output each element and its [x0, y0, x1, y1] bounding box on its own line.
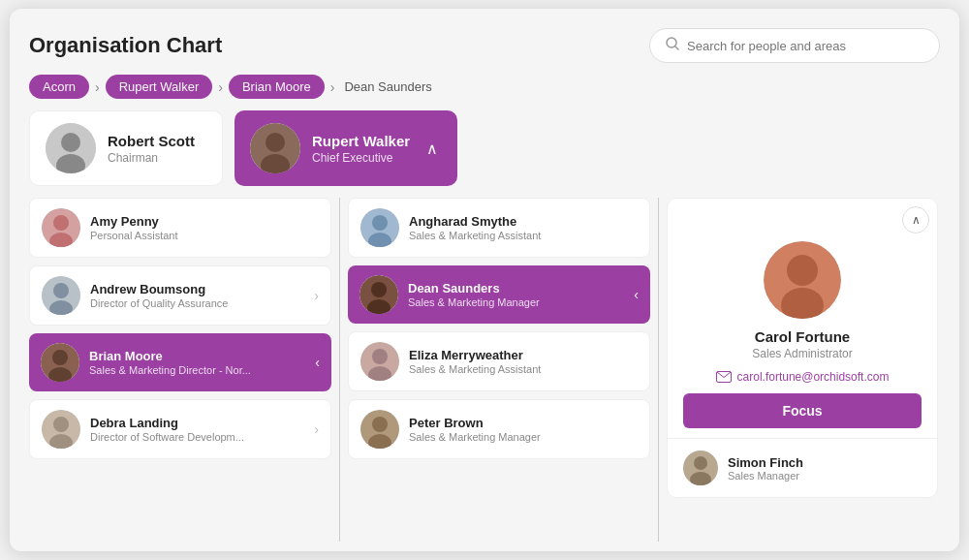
- simon-finch-card[interactable]: Simon Finch Sales Manager: [668, 438, 937, 497]
- breadcrumb-dean: Dean Saunders: [340, 75, 435, 99]
- carol-fortune-name: Carol Fortune: [755, 328, 850, 345]
- svg-point-21: [372, 215, 388, 231]
- svg-point-3: [61, 133, 80, 152]
- peter-brown-card[interactable]: Peter Brown Sales & Marketing Manager: [348, 399, 650, 459]
- simon-finch-info: Simon Finch Sales Manager: [728, 455, 803, 482]
- svg-point-33: [787, 255, 818, 286]
- angharad-smythe-avatar: [360, 208, 399, 247]
- angharad-smythe-role: Sales & Marketing Assistant: [409, 230, 541, 241]
- angharad-smythe-info: Angharad Smythe Sales & Marketing Assist…: [409, 214, 541, 241]
- robert-scott-card[interactable]: Robert Scott Chairman: [29, 110, 223, 186]
- focus-button[interactable]: Focus: [683, 393, 922, 428]
- eliza-merryweather-avatar: [360, 342, 399, 381]
- eliza-merryweather-name: Eliza Merryweather: [409, 348, 541, 362]
- angharad-smythe-name: Angharad Smythe: [409, 214, 541, 229]
- dean-saunders-role: Sales & Marketing Manager: [408, 296, 540, 308]
- breadcrumb-rupert[interactable]: Rupert Walker: [106, 75, 213, 99]
- header: Organisation Chart: [29, 28, 940, 63]
- eliza-merryweather-card[interactable]: Eliza Merryweather Sales & Marketing Ass…: [348, 331, 650, 391]
- dean-saunders-name: Dean Saunders: [408, 281, 540, 296]
- svg-point-12: [53, 283, 69, 298]
- rupert-walker-info: Rupert Walker Chief Executive: [312, 133, 410, 165]
- dean-saunders-info: Dean Saunders Sales & Marketing Manager: [408, 281, 540, 308]
- dean-saunders-card[interactable]: Dean Saunders Sales & Marketing Manager …: [348, 265, 650, 324]
- dean-saunders-chevron[interactable]: ‹: [634, 287, 639, 302]
- rupert-walker-role: Chief Executive: [312, 151, 410, 165]
- carol-fortune-email-row: carol.fortune@orchidsoft.com: [716, 370, 890, 384]
- brian-moore-card[interactable]: Brian Moore Sales & Marketing Director -…: [29, 333, 331, 391]
- debra-landing-role: Director of Software Developm...: [90, 431, 244, 443]
- search-icon: [666, 37, 679, 54]
- andrew-boumsong-role: Director of Quality Assurance: [90, 297, 228, 309]
- brian-moore-info: Brian Moore Sales & Marketing Director -…: [89, 349, 251, 376]
- dean-saunders-avatar: [359, 275, 398, 314]
- detail-panel: ∧ Carol Fortune Sales Administrator: [667, 198, 938, 498]
- debra-landing-chevron[interactable]: ›: [314, 421, 319, 437]
- rupert-walker-chevron[interactable]: ∧: [422, 140, 442, 158]
- breadcrumb-acorn[interactable]: Acorn: [29, 75, 89, 99]
- carol-fortune-email: carol.fortune@orchidsoft.com: [737, 370, 890, 384]
- debra-landing-card[interactable]: Debra Landing Director of Software Devel…: [29, 399, 331, 459]
- simon-finch-avatar: [683, 451, 718, 485]
- peter-brown-role: Sales & Marketing Manager: [409, 431, 541, 443]
- debra-landing-avatar: [42, 410, 80, 449]
- peter-brown-info: Peter Brown Sales & Marketing Manager: [409, 416, 541, 443]
- detail-collapse-button[interactable]: ∧: [902, 206, 929, 233]
- top-row: Robert Scott Chairman Rupert Walker Chie…: [29, 110, 940, 186]
- svg-point-30: [372, 417, 388, 432]
- columns-area: Amy Penny Personal Assistant Andrew Boum…: [29, 198, 940, 542]
- search-bar[interactable]: [649, 28, 940, 63]
- robert-scott-role: Chairman: [108, 151, 195, 165]
- breadcrumb-arrow-1: ›: [93, 79, 102, 95]
- debra-landing-name: Debra Landing: [90, 416, 244, 430]
- app-container: Organisation Chart Acorn › Rupert Walker…: [10, 9, 959, 551]
- brian-moore-chevron[interactable]: ‹: [315, 355, 320, 370]
- rupert-walker-avatar: [250, 123, 300, 173]
- breadcrumb: Acorn › Rupert Walker › Brian Moore › De…: [29, 75, 940, 99]
- eliza-merryweather-role: Sales & Marketing Assistant: [409, 363, 541, 375]
- rupert-walker-card[interactable]: Rupert Walker Chief Executive ∧: [234, 110, 457, 186]
- andrew-boumsong-name: Andrew Boumsong: [90, 282, 228, 296]
- robert-scott-info: Robert Scott Chairman: [108, 133, 195, 165]
- amy-penny-name: Amy Penny: [90, 214, 178, 229]
- peter-brown-name: Peter Brown: [409, 416, 541, 430]
- breadcrumb-arrow-3: ›: [328, 79, 337, 95]
- svg-point-18: [53, 417, 69, 432]
- rupert-walker-name: Rupert Walker: [312, 133, 410, 149]
- svg-point-15: [52, 350, 68, 365]
- andrew-boumsong-chevron[interactable]: ›: [314, 288, 319, 303]
- column-2: Angharad Smythe Sales & Marketing Assist…: [340, 198, 658, 542]
- svg-line-1: [675, 47, 678, 49]
- amy-penny-info: Amy Penny Personal Assistant: [90, 214, 178, 241]
- peter-brown-avatar: [360, 410, 399, 449]
- svg-point-6: [266, 133, 285, 152]
- brian-moore-role: Sales & Marketing Director - Nor...: [89, 364, 251, 376]
- brian-moore-name: Brian Moore: [89, 349, 251, 363]
- breadcrumb-arrow-2: ›: [216, 79, 225, 95]
- search-input[interactable]: [687, 39, 923, 53]
- svg-point-24: [371, 282, 387, 297]
- eliza-merryweather-info: Eliza Merryweather Sales & Marketing Ass…: [409, 348, 541, 375]
- carol-fortune-role: Sales Administrator: [752, 347, 852, 360]
- detail-panel-top: ∧: [668, 199, 937, 233]
- amy-penny-avatar: [42, 208, 80, 247]
- amy-penny-role: Personal Assistant: [90, 230, 178, 241]
- svg-point-37: [694, 456, 707, 470]
- amy-penny-card[interactable]: Amy Penny Personal Assistant: [29, 198, 331, 258]
- breadcrumb-brian[interactable]: Brian Moore: [229, 75, 325, 99]
- angharad-smythe-card[interactable]: Angharad Smythe Sales & Marketing Assist…: [348, 198, 650, 258]
- robert-scott-name: Robert Scott: [108, 133, 195, 149]
- andrew-boumsong-info: Andrew Boumsong Director of Quality Assu…: [90, 282, 228, 309]
- column-1: Amy Penny Personal Assistant Andrew Boum…: [29, 198, 339, 542]
- andrew-boumsong-avatar: [42, 276, 80, 315]
- brian-moore-avatar: [41, 343, 79, 382]
- robert-scott-avatar: [46, 123, 96, 173]
- email-icon: [716, 371, 732, 383]
- svg-point-27: [372, 349, 388, 364]
- svg-point-9: [53, 215, 69, 231]
- simon-finch-name: Simon Finch: [728, 455, 803, 470]
- page-title: Organisation Chart: [29, 33, 222, 58]
- carol-fortune-avatar: [764, 241, 841, 319]
- andrew-boumsong-card[interactable]: Andrew Boumsong Director of Quality Assu…: [29, 265, 331, 326]
- simon-finch-role: Sales Manager: [728, 470, 803, 482]
